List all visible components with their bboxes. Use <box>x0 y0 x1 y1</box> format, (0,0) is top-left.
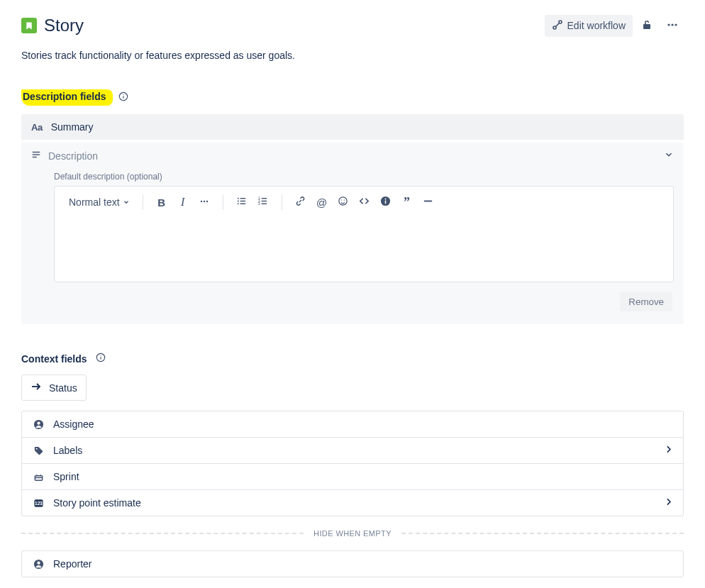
assignee-field-label: Assignee <box>53 418 94 430</box>
numbered-list-button[interactable]: 123 <box>255 194 272 211</box>
default-description-label: Default description (optional) <box>54 172 674 182</box>
more-actions-button[interactable] <box>661 14 684 37</box>
horizontal-rule-icon <box>423 196 433 209</box>
toolbar-separator <box>143 194 143 210</box>
description-field-label: Description <box>48 150 98 162</box>
svg-point-0 <box>553 26 556 29</box>
story-type-icon <box>21 18 37 33</box>
hide-when-empty-label: HIDE WHEN EMPTY <box>313 529 392 538</box>
quote-icon: ” <box>404 195 410 210</box>
hide-when-empty-divider: HIDE WHEN EMPTY <box>21 529 684 538</box>
emoji-icon <box>338 196 348 209</box>
svg-point-35 <box>100 355 101 356</box>
svg-point-31 <box>385 199 387 200</box>
divider-line <box>401 533 684 534</box>
toolbar-separator <box>282 194 282 210</box>
sprint-icon <box>32 472 45 482</box>
emoji-button[interactable] <box>335 194 352 211</box>
italic-button[interactable]: I <box>174 194 191 211</box>
description-editor: Normal text B I 123 <box>54 186 674 282</box>
svg-point-3 <box>671 23 673 26</box>
info-panel-button[interactable] <box>377 194 394 211</box>
more-horizontal-icon <box>666 18 679 33</box>
chevron-right-icon <box>664 497 673 509</box>
lock-button[interactable] <box>635 14 658 37</box>
code-button[interactable] <box>356 194 373 211</box>
svg-point-4 <box>675 23 677 26</box>
description-textarea[interactable] <box>55 218 673 282</box>
paragraph-icon <box>31 150 41 162</box>
svg-point-7 <box>123 94 124 95</box>
svg-point-27 <box>341 199 342 200</box>
number-icon: 123 <box>32 498 45 509</box>
mention-button[interactable]: @ <box>313 194 331 211</box>
svg-point-1 <box>559 21 562 23</box>
sprint-field-label: Sprint <box>53 471 79 482</box>
svg-point-16 <box>238 201 239 202</box>
header-left: Story <box>21 16 84 35</box>
bullet-list-button[interactable] <box>233 194 250 211</box>
remove-row: Remove <box>31 282 674 314</box>
toolbar-separator <box>223 194 223 210</box>
sprint-field-row[interactable]: Sprint <box>22 464 683 490</box>
svg-point-28 <box>344 199 345 200</box>
more-formatting-button[interactable] <box>196 194 213 211</box>
assignee-field-row[interactable]: Assignee <box>22 411 683 438</box>
summary-field-label: Summary <box>51 121 94 133</box>
reporter-field-row[interactable]: Reporter <box>22 551 683 577</box>
chevron-right-icon <box>664 445 673 456</box>
reporter-field-label: Reporter <box>53 558 91 570</box>
svg-point-39 <box>35 448 37 449</box>
edit-workflow-button[interactable]: Edit workflow <box>545 15 633 37</box>
svg-rect-30 <box>385 201 387 204</box>
info-icon[interactable] <box>118 91 128 104</box>
labels-field-row[interactable]: Labels <box>22 438 683 464</box>
header-actions: Edit workflow <box>545 14 684 37</box>
description-fields-heading: Description fields <box>23 91 106 102</box>
svg-text:123: 123 <box>35 501 43 506</box>
svg-point-11 <box>200 200 201 201</box>
edit-workflow-label: Edit workflow <box>567 20 626 31</box>
bold-button[interactable]: B <box>153 194 170 211</box>
summary-field-row[interactable]: Aa Summary <box>21 114 684 140</box>
person-icon <box>32 559 45 570</box>
text-style-dropdown[interactable]: Normal text <box>66 195 133 209</box>
svg-point-26 <box>339 197 347 205</box>
page-title: Story <box>44 16 84 35</box>
svg-text:3: 3 <box>258 202 260 206</box>
svg-point-45 <box>37 561 40 564</box>
link-button[interactable] <box>292 194 309 211</box>
description-field-panel: Description Default description (optiona… <box>21 143 684 324</box>
more-horizontal-icon <box>199 196 210 209</box>
status-field-button[interactable]: Status <box>21 375 87 401</box>
context-fields-heading: Context fields <box>21 353 87 365</box>
arrow-right-icon <box>30 381 42 394</box>
description-fields-heading-row: Description fields <box>21 89 684 106</box>
svg-point-38 <box>37 421 40 424</box>
remove-button[interactable]: Remove <box>620 292 672 311</box>
labels-field-label: Labels <box>53 445 82 456</box>
info-icon[interactable] <box>96 353 106 365</box>
info-filled-icon <box>380 196 391 209</box>
context-fields-heading-row: Context fields <box>21 353 684 365</box>
editor-toolbar: Normal text B I 123 <box>55 187 673 218</box>
text-style-label: Normal text <box>69 196 120 208</box>
link-icon <box>295 196 306 209</box>
svg-point-18 <box>238 203 239 204</box>
divider-button[interactable] <box>420 194 437 211</box>
svg-point-13 <box>206 200 207 201</box>
status-field-label: Status <box>49 382 77 394</box>
person-icon <box>32 419 45 430</box>
numbered-list-icon: 123 <box>257 196 268 209</box>
chevron-down-icon <box>123 196 130 208</box>
divider-line <box>21 533 304 534</box>
bullet-list-icon <box>236 196 247 209</box>
page-subtitle: Stories track functionality or features … <box>21 50 684 61</box>
quote-button[interactable]: ” <box>399 194 416 211</box>
chevron-down-icon[interactable] <box>664 150 674 162</box>
at-sign-icon: @ <box>316 196 327 209</box>
unlock-icon <box>641 19 653 33</box>
story-point-field-row[interactable]: 123 Story point estimate <box>22 490 683 516</box>
context-fields-list: Assignee Labels Sprint 123 Story point e… <box>21 411 684 516</box>
description-panel-header[interactable]: Description <box>31 150 674 162</box>
